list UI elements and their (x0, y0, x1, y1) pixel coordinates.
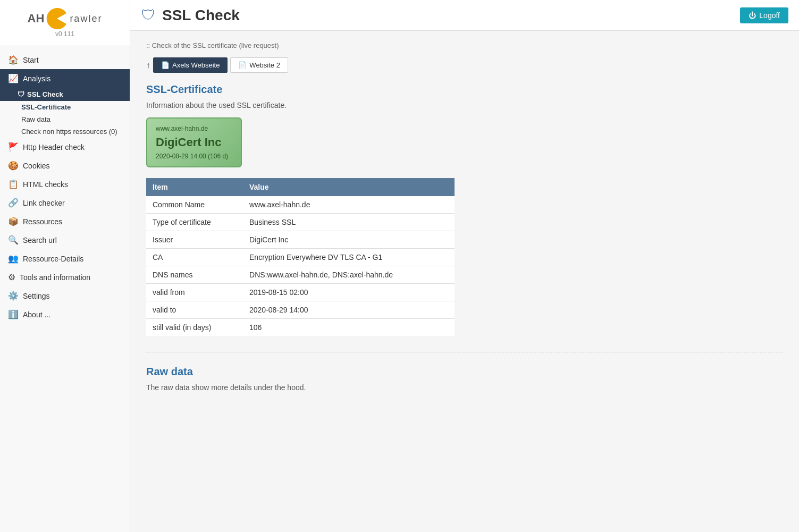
table-cell-value-3: Encryption Everywhere DV TLS CA - G1 (243, 249, 455, 266)
table-row: Type of certificateBusiness SSL (146, 214, 455, 231)
table-cell-value-4: DNS:www.axel-hahn.de, DNS:axel-hahn.de (243, 266, 455, 284)
logo-ah: AH (28, 12, 45, 26)
table-cell-value-6: 2020-08-29 14:00 (243, 301, 455, 319)
main-content: 🛡 SSL Check ⏻ Logoff :: Check of the SSL… (130, 0, 799, 532)
cert-card: www.axel-hahn.de DigiCert Inc 2020-08-29… (146, 117, 242, 167)
table-header-value: Value (243, 178, 455, 196)
sidebar-item-html-checks[interactable]: 📋 HTML checks (0, 175, 130, 193)
sidebar-item-raw-data[interactable]: Raw data (0, 113, 130, 125)
html-icon: 📋 (8, 179, 19, 189)
chart-icon: 📈 (8, 73, 19, 83)
logo-version: v0.111 (8, 30, 122, 38)
table-row: Common Namewww.axel-hahn.de (146, 196, 455, 214)
tools-icon: ⚙ (8, 272, 15, 282)
table-cell-value-0: www.axel-hahn.de (243, 196, 455, 214)
header-title-area: 🛡 SSL Check (141, 6, 240, 24)
tab-website2[interactable]: 📄 Website 2 (230, 57, 288, 73)
sidebar-item-ssl-certificate[interactable]: SSL-Certificate (0, 101, 130, 113)
content-area: :: Check of the SSL certificate (live re… (130, 31, 799, 532)
table-cell-item-0: Common Name (146, 196, 243, 214)
tab-axels-webseite[interactable]: 📄 Axels Webseite (153, 57, 228, 73)
link-icon: 🔗 (8, 198, 19, 208)
table-row: IssuerDigiCert Inc (146, 231, 455, 249)
shield-small-icon: 🛡 (18, 90, 24, 98)
table-cell-item-3: CA (146, 249, 243, 266)
page-title: SSL Check (162, 7, 240, 24)
sidebar-item-settings[interactable]: ⚙️ Settings (0, 286, 130, 305)
sidebar-item-ssl-check[interactable]: 🛡 SSL Check (0, 88, 130, 101)
table-row: valid to2020-08-29 14:00 (146, 301, 455, 319)
raw-data-description: The raw data show more details under the… (146, 383, 783, 392)
pacman-icon (46, 8, 68, 29)
header: 🛡 SSL Check ⏻ Logoff (130, 0, 799, 31)
sidebar-item-ressources[interactable]: 📦 Ressources (0, 212, 130, 231)
table-row: valid from2019-08-15 02:00 (146, 284, 455, 301)
sidebar-item-start[interactable]: 🏠 Start (0, 50, 130, 69)
tab-icon-2: 📄 (238, 61, 247, 69)
sidebar: AH rawler v0.111 🏠 Start 📈 Analysis 🛡 SS… (0, 0, 130, 532)
power-icon: ⏻ (748, 11, 756, 20)
settings-icon: ⚙️ (8, 291, 19, 301)
tabs-container: ↑ 📄 Axels Webseite 📄 Website 2 (146, 57, 783, 73)
home-icon: 🏠 (8, 55, 19, 65)
table-cell-item-7: still valid (in days) (146, 319, 243, 336)
sidebar-nav: 🏠 Start 📈 Analysis 🛡 SSL Check SSL-Certi… (0, 46, 130, 328)
sidebar-item-search-url[interactable]: 🔍 Search url (0, 231, 130, 249)
sidebar-item-ressource-details[interactable]: 👥 Ressource-Details (0, 249, 130, 268)
details-icon: 👥 (8, 254, 19, 264)
tab-back-arrow[interactable]: ↑ (146, 61, 150, 70)
ssl-cert-table: Item Value Common Namewww.axel-hahn.deTy… (146, 178, 455, 336)
ssl-cert-description: Information about the used SSL certifica… (146, 101, 783, 109)
cookie-icon: 🍪 (8, 161, 19, 171)
table-cell-value-1: Business SSL (243, 214, 455, 231)
table-row: still valid (in days)106 (146, 319, 455, 336)
section-divider (146, 352, 783, 352)
table-cell-value-7: 106 (243, 319, 455, 336)
table-row: CAEncryption Everywhere DV TLS CA - G1 (146, 249, 455, 266)
sidebar-item-http-header[interactable]: 🚩 Http Header check (0, 138, 130, 156)
table-cell-item-2: Issuer (146, 231, 243, 249)
info-icon: ℹ️ (8, 309, 19, 319)
logo-area: AH rawler v0.111 (0, 0, 130, 46)
ssl-cert-section-title: SSL-Certificate (146, 83, 783, 96)
raw-data-section-title: Raw data (146, 366, 783, 378)
cert-domain: www.axel-hahn.de (156, 125, 232, 132)
table-cell-item-6: valid to (146, 301, 243, 319)
cert-validity: 2020-08-29 14:00 (106 d) (156, 153, 232, 160)
sidebar-item-check-non-https[interactable]: Check non https ressources (0) (0, 125, 130, 138)
tab-label-1: Axels Webseite (172, 61, 220, 69)
table-cell-item-5: valid from (146, 284, 243, 301)
cert-issuer: DigiCert Inc (156, 136, 232, 149)
sidebar-item-about[interactable]: ℹ️ About ... (0, 305, 130, 324)
sidebar-item-link-checker[interactable]: 🔗 Link checker (0, 193, 130, 212)
header-shield-icon: 🛡 (141, 6, 156, 24)
logoff-button[interactable]: ⏻ Logoff (740, 7, 788, 23)
table-row: DNS namesDNS:www.axel-hahn.de, DNS:axel-… (146, 266, 455, 284)
flag-icon: 🚩 (8, 142, 19, 152)
tab-icon-1: 📄 (161, 61, 170, 69)
logo-crawler: rawler (70, 13, 102, 24)
page-subtitle: :: Check of the SSL certificate (live re… (146, 41, 783, 49)
table-cell-value-2: DigiCert Inc (243, 231, 455, 249)
table-cell-item-4: DNS names (146, 266, 243, 284)
sidebar-item-tools[interactable]: ⚙ Tools and information (0, 268, 130, 286)
tab-label-2: Website 2 (249, 61, 280, 69)
sidebar-item-cookies[interactable]: 🍪 Cookies (0, 156, 130, 175)
sidebar-item-analysis[interactable]: 📈 Analysis (0, 69, 130, 88)
table-cell-value-5: 2019-08-15 02:00 (243, 284, 455, 301)
search-icon: 🔍 (8, 235, 19, 245)
table-cell-item-1: Type of certificate (146, 214, 243, 231)
table-header-item: Item (146, 178, 243, 196)
ressources-icon: 📦 (8, 216, 19, 226)
